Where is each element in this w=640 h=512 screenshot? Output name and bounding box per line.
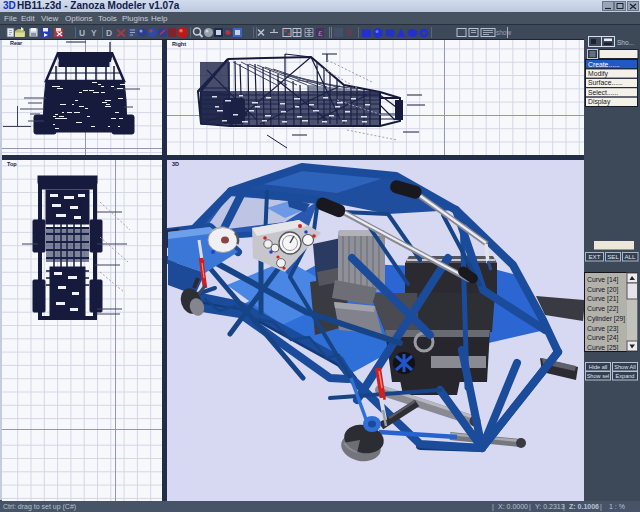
svg-text:Show sel: Show sel bbox=[587, 373, 610, 379]
svg-text:Sho...: Sho... bbox=[617, 39, 634, 46]
svg-text:Curve [24]: Curve [24] bbox=[587, 334, 618, 342]
svg-text:Curve [14]: Curve [14] bbox=[587, 276, 618, 284]
svg-text:Top: Top bbox=[7, 161, 17, 167]
svg-text:Modify: Modify bbox=[588, 70, 609, 78]
svg-text:Create......: Create...... bbox=[588, 61, 620, 68]
svg-text:Curve [23]: Curve [23] bbox=[587, 325, 618, 333]
svg-text:U: U bbox=[79, 28, 85, 38]
svg-text:EXT: EXT bbox=[588, 253, 600, 260]
svg-text:SEL: SEL bbox=[607, 253, 619, 260]
svg-text:Cylinder [29]: Cylinder [29] bbox=[587, 315, 625, 323]
svg-text:Rear: Rear bbox=[10, 40, 23, 46]
svg-text:Surface......: Surface...... bbox=[588, 79, 623, 86]
svg-text:show: show bbox=[496, 29, 511, 36]
svg-text:ALL: ALL bbox=[624, 253, 636, 260]
svg-text:Expand: Expand bbox=[616, 373, 635, 379]
svg-text:£: £ bbox=[318, 29, 323, 38]
svg-text:Hide all: Hide all bbox=[589, 364, 608, 370]
svg-text:Display: Display bbox=[588, 98, 611, 106]
svg-text:Show All: Show All bbox=[614, 364, 635, 370]
svg-text:Curve [21]: Curve [21] bbox=[587, 295, 618, 303]
svg-text:Curve [25]: Curve [25] bbox=[587, 344, 618, 352]
svg-text:Y: Y bbox=[91, 28, 97, 38]
svg-text:Select......: Select...... bbox=[588, 89, 618, 96]
svg-text:D: D bbox=[106, 28, 112, 38]
svg-text:Curve [22]: Curve [22] bbox=[587, 305, 618, 313]
svg-text:Curve [20]: Curve [20] bbox=[587, 286, 618, 294]
svg-text:Right: Right bbox=[172, 41, 186, 47]
